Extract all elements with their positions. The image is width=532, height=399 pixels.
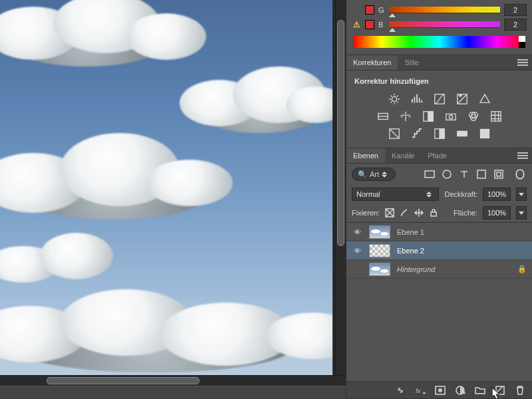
layer-thumbnail[interactable] xyxy=(369,244,390,257)
hue-sat-icon[interactable] xyxy=(376,110,390,122)
search-icon: 🔍 xyxy=(358,170,367,179)
slider-g-value[interactable]: 2 xyxy=(504,4,527,16)
curves-icon[interactable] xyxy=(433,93,446,105)
opacity-value[interactable]: 100% xyxy=(483,188,511,201)
slider-b-label: B xyxy=(378,21,385,29)
levels-icon[interactable] xyxy=(410,93,424,105)
slider-g-swatch[interactable] xyxy=(365,5,374,15)
slider-g-track[interactable] xyxy=(389,7,500,13)
fill-dropdown[interactable] xyxy=(516,206,527,219)
link-layers-icon[interactable] xyxy=(395,385,406,396)
opacity-dropdown[interactable] xyxy=(516,188,527,201)
posterize-icon[interactable] xyxy=(410,128,424,140)
svg-point-7 xyxy=(449,115,452,118)
lock-transparent-icon[interactable] xyxy=(385,208,394,217)
horizontal-scrollbar[interactable] xyxy=(0,375,346,386)
slider-b-value[interactable]: 2 xyxy=(504,19,527,31)
visibility-icon[interactable]: 👁 xyxy=(352,245,362,256)
lock-all-icon[interactable] xyxy=(429,208,438,217)
layer-row[interactable]: 👁 Ebene 2 xyxy=(346,241,532,260)
filter-adjust-icon[interactable] xyxy=(442,169,452,180)
tab-ebenen[interactable]: Ebenen xyxy=(346,148,385,163)
layer-name[interactable]: Ebene 2 xyxy=(397,247,527,255)
layer-name[interactable]: Hintergrund xyxy=(397,265,511,273)
adjustments-panel: Korrekturen Stile Korrektur hinzufügen xyxy=(346,55,532,148)
svg-rect-22 xyxy=(516,170,523,179)
selective-color-icon[interactable] xyxy=(478,128,491,140)
black-white-icon[interactable] xyxy=(422,110,435,122)
svg-rect-29 xyxy=(496,386,504,394)
panel-menu-icon[interactable] xyxy=(517,57,528,68)
svg-rect-11 xyxy=(491,112,500,121)
photo-filter-icon[interactable] xyxy=(444,110,458,122)
layers-list: 👁 Ebene 1 👁 Ebene 2 👁 Hintergrund 🔒 xyxy=(346,222,532,381)
invert-icon[interactable] xyxy=(388,128,401,140)
tab-korrekturen[interactable]: Korrekturen xyxy=(346,55,398,70)
svg-rect-19 xyxy=(477,170,485,178)
slider-b-track[interactable] xyxy=(389,21,500,28)
lock-label: Fixieren: xyxy=(352,209,380,217)
right-panels: G 2 ⚠ B 2 Korrekturen Stile Korrektur hi… xyxy=(346,0,532,399)
warn-placeholder xyxy=(352,5,361,15)
svg-point-0 xyxy=(392,96,396,101)
canvas-viewport[interactable] xyxy=(0,0,346,375)
brightness-icon[interactable] xyxy=(388,93,401,105)
panel-menu-icon[interactable] xyxy=(517,150,528,161)
filter-shape-icon[interactable] xyxy=(476,169,487,180)
threshold-icon[interactable] xyxy=(433,128,446,140)
visibility-icon[interactable]: 👁 xyxy=(352,264,362,275)
svg-rect-20 xyxy=(495,170,503,178)
svg-point-18 xyxy=(443,170,451,178)
gradient-map-icon[interactable] xyxy=(456,128,469,140)
layer-row[interactable]: 👁 Ebene 1 xyxy=(346,223,532,241)
filter-type-icon[interactable] xyxy=(459,169,469,180)
visibility-icon[interactable]: 👁 xyxy=(352,227,362,237)
fill-value[interactable]: 100% xyxy=(483,206,511,219)
adjustments-row-2 xyxy=(346,110,532,122)
layer-thumbnail[interactable] xyxy=(369,225,390,239)
lock-pixels-icon[interactable] xyxy=(400,208,409,217)
vibrance-icon[interactable] xyxy=(478,93,491,105)
exposure-icon[interactable] xyxy=(456,93,469,105)
color-spectrum-bar[interactable] xyxy=(353,36,525,48)
layer-name[interactable]: Ebene 1 xyxy=(397,228,527,236)
new-layer-icon[interactable] xyxy=(495,385,505,396)
add-adjustment-icon[interactable] xyxy=(455,385,466,396)
slider-g-row: G 2 xyxy=(352,3,527,17)
blend-mode-value: Normal xyxy=(356,190,380,198)
gamut-warning-icon[interactable]: ⚠ xyxy=(352,20,361,29)
color-balance-icon[interactable] xyxy=(399,110,412,122)
tab-pfade[interactable]: Pfade xyxy=(421,148,454,163)
delete-layer-icon[interactable] xyxy=(515,385,525,396)
svg-rect-15 xyxy=(457,131,466,136)
channel-mixer-icon[interactable] xyxy=(467,110,480,122)
adjustments-row-3 xyxy=(346,128,532,140)
adjustments-tabs: Korrekturen Stile xyxy=(346,55,532,70)
vertical-scrollbar[interactable] xyxy=(335,0,346,375)
layer-thumbnail[interactable] xyxy=(369,263,390,276)
new-group-icon[interactable] xyxy=(475,385,485,396)
layer-filter-kind[interactable]: 🔍 Art xyxy=(352,168,396,181)
lock-position-icon[interactable] xyxy=(414,208,424,217)
color-panel: G 2 ⚠ B 2 xyxy=(346,0,532,55)
filter-smart-icon[interactable] xyxy=(493,169,504,180)
fx-icon[interactable]: fx xyxy=(415,385,426,396)
add-mask-icon[interactable] xyxy=(435,385,446,396)
blend-mode-select[interactable]: Normal xyxy=(352,188,439,201)
image-sky xyxy=(0,0,332,375)
opacity-label: Deckkraft: xyxy=(444,190,477,198)
color-lookup-icon[interactable] xyxy=(489,110,503,122)
slider-b-swatch[interactable] xyxy=(365,20,374,29)
layer-row[interactable]: 👁 Hintergrund 🔒 xyxy=(346,260,532,279)
adjustments-title: Korrektur hinzufügen xyxy=(346,74,532,88)
tab-kanaele[interactable]: Kanäle xyxy=(385,148,421,163)
svg-rect-21 xyxy=(497,172,501,176)
layer-filter-row: 🔍 Art xyxy=(346,164,532,185)
svg-text:fx: fx xyxy=(416,388,421,394)
layers-tabs: Ebenen Kanäle Pfade xyxy=(346,148,532,164)
slider-g-label: G xyxy=(378,6,385,14)
filter-toggle-icon[interactable] xyxy=(513,168,527,180)
layers-panel: Ebenen Kanäle Pfade 🔍 Art Normal xyxy=(346,148,532,399)
filter-pixel-icon[interactable] xyxy=(424,169,435,180)
tab-stile[interactable]: Stile xyxy=(398,55,425,70)
